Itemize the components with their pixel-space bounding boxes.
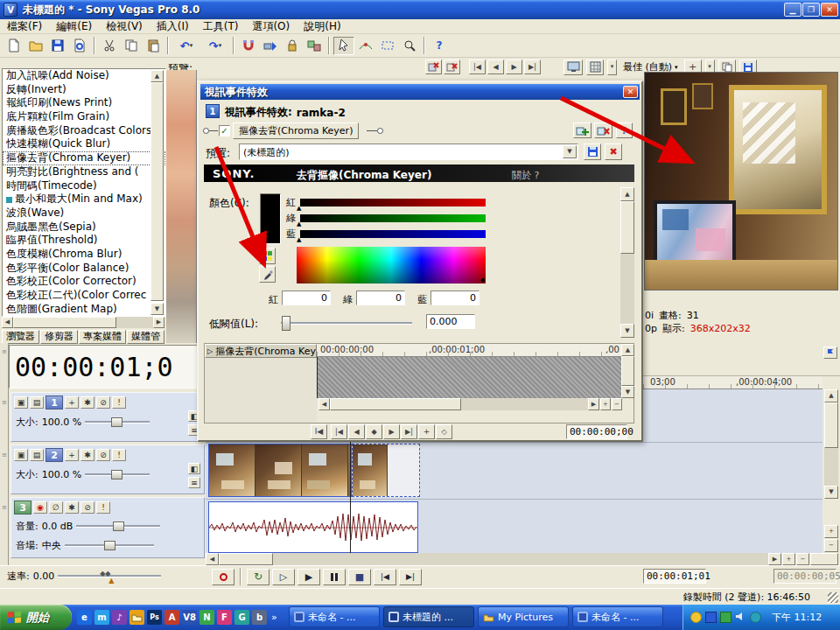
taskbar-task-1[interactable]: 未命名 - ... — [289, 606, 380, 627]
solo-icon[interactable]: ! — [112, 396, 126, 409]
save-preset-icon[interactable] — [584, 144, 601, 160]
keyframe-track-row[interactable]: ▷ 摳像去背(Chroma Key — [205, 344, 317, 358]
track-level-slider-thumb[interactable] — [111, 417, 122, 427]
toolbar-overflow-chevron[interactable]: » — [271, 612, 277, 623]
phase-invert-icon[interactable]: ∅ — [49, 501, 63, 514]
delete-keyframe-icon[interactable]: ◇ — [436, 424, 452, 439]
undo-icon[interactable]: ↶▾ — [172, 37, 200, 55]
plugin-scrollbar-thumb[interactable] — [620, 201, 634, 254]
timeline-scroll-down-icon[interactable]: ▼ — [824, 486, 838, 499]
volume-tray-icon[interactable] — [735, 611, 746, 625]
timeline-scroll-right-icon[interactable]: ▶ — [768, 553, 781, 565]
menu-view[interactable]: 檢視(V) — [99, 19, 150, 34]
mute-icon[interactable]: ⊘ — [96, 396, 110, 409]
track-minimize-icon[interactable]: ▣ — [14, 396, 28, 409]
green-slider-thumb-icon[interactable]: ▲ — [297, 220, 301, 228]
track-minimize-icon[interactable]: ▣ — [14, 449, 28, 461]
trimmer-close-media-icon[interactable] — [425, 60, 442, 74]
tab-explorer[interactable]: 瀏覽器 — [2, 330, 39, 344]
selection-edit-tool-icon[interactable] — [377, 37, 398, 55]
next-keyframe-icon[interactable]: ▶ — [383, 424, 400, 439]
marker-flag-icon[interactable] — [823, 346, 837, 359]
effects-list-item-selected[interactable]: 摳像去背(Chroma Keyer) — [3, 151, 165, 165]
tray-icon-yellow[interactable] — [690, 612, 702, 623]
quick-launch-icon[interactable]: Ps — [147, 610, 162, 625]
window-titlebar[interactable]: V 未標題的 * - Sony Vegas Pro 8.0 ▁ ❐ ✕ — [0, 0, 840, 19]
timeline-scroll-up-icon[interactable]: ▲ — [824, 389, 838, 402]
taskbar-task-2[interactable]: 未標題的 ... — [383, 606, 474, 627]
tab-trimmer[interactable]: 修剪器 — [40, 330, 78, 344]
effects-list-item[interactable]: 明亮對比(Brightness and ( — [3, 165, 165, 179]
external-monitor-icon[interactable] — [564, 60, 583, 75]
kf-scroll-down-icon[interactable]: ▼ — [621, 386, 634, 398]
insert-keyframe-icon[interactable]: ◆ — [366, 424, 382, 439]
preset-dropdown-icon[interactable]: ▼ — [563, 145, 577, 158]
effects-list-item[interactable]: 色度模糊(Chroma Blur) — [3, 248, 165, 262]
trimmer-start-icon[interactable]: |◀ — [469, 60, 486, 74]
tab-media-manager[interactable]: 媒體管 — [127, 330, 164, 344]
mute-icon[interactable]: ⊘ — [80, 501, 94, 514]
timeline-hscrollbar-thumb[interactable] — [219, 553, 273, 565]
green-gradient-slider[interactable] — [300, 214, 486, 222]
pause-button[interactable] — [323, 569, 346, 585]
record-arm-icon[interactable]: ◉ — [33, 501, 47, 514]
low-threshold-thumb[interactable] — [282, 316, 290, 331]
track-level-slider-thumb[interactable] — [111, 470, 122, 480]
effects-list-item[interactable]: 色彩校正(二代)(Color Correc — [3, 289, 165, 303]
blue-slider-thumb-icon[interactable]: ▲ — [297, 236, 301, 243]
track-fx-icon[interactable]: ✱ — [65, 501, 79, 514]
track-fx-icon[interactable]: ✱ — [80, 449, 94, 461]
effects-scroll-right-icon[interactable]: ▶ — [153, 317, 164, 328]
audio-event-clip[interactable] — [208, 501, 418, 553]
quick-launch-icon[interactable]: G — [234, 610, 249, 625]
effects-hscrollbar-track[interactable] — [116, 317, 153, 328]
track-motion-icon[interactable]: + — [65, 449, 79, 461]
quick-launch-icon[interactable] — [130, 610, 144, 625]
volume-slider-thumb[interactable] — [113, 522, 124, 531]
kf-vscrollbar-thumb[interactable] — [621, 356, 634, 386]
solo-icon[interactable]: ! — [96, 501, 110, 514]
cursor-time-display[interactable]: 00:00:01;01 — [643, 569, 706, 584]
track-height-zoom-out-icon[interactable]: − — [824, 539, 838, 552]
timeline-zoom-in-icon[interactable]: + — [782, 553, 795, 565]
red-value-input[interactable] — [282, 290, 331, 305]
kf-zoom-out-icon[interactable]: − — [612, 398, 622, 410]
lock-envelopes-icon[interactable] — [282, 37, 303, 55]
last-keyframe-icon[interactable]: ▶| — [401, 424, 417, 439]
mute-icon[interactable]: ⊘ — [96, 449, 110, 461]
play-from-start-button[interactable]: ▷ — [272, 569, 295, 585]
rate-control[interactable]: 速率: 0.00 ◆◆ ▲ — [7, 570, 161, 583]
track-number-badge[interactable]: 2 — [46, 448, 63, 462]
green-value-input[interactable] — [356, 290, 405, 305]
quick-launch-icon[interactable]: V8 — [182, 610, 197, 625]
menu-help[interactable]: 說明(H) — [297, 19, 347, 34]
track-restore-icon[interactable]: ▤ — [30, 396, 44, 409]
quick-launch-icon[interactable]: A — [164, 610, 179, 625]
chain-plugin-button[interactable]: 摳像去背(Chroma Keyer) — [233, 122, 359, 139]
tray-icon-ime[interactable] — [705, 612, 717, 623]
effects-scrollbar-thumb[interactable] — [150, 82, 164, 301]
keyframe-lane[interactable] — [317, 357, 621, 398]
track-motion-icon[interactable]: + — [65, 396, 79, 409]
quick-launch-icon[interactable]: b — [252, 610, 267, 625]
color-palette-icon[interactable] — [259, 248, 276, 264]
quick-launch-icon[interactable]: m — [94, 610, 109, 625]
go-to-end-button[interactable]: ▶| — [399, 569, 422, 585]
stop-button[interactable]: ■ — [348, 569, 371, 585]
enable-snapping-icon[interactable] — [238, 37, 259, 55]
zoom-edit-tool-icon[interactable] — [399, 37, 420, 55]
timeline-scroll-left-icon[interactable]: ◀ — [206, 553, 219, 565]
keyframe-time-display[interactable]: 00:00:00;00 — [566, 424, 627, 439]
kf-scroll-right-icon[interactable]: ▶ — [588, 398, 599, 410]
video-event-clip-selected[interactable] — [352, 444, 420, 497]
close-button[interactable]: ✕ — [821, 3, 838, 17]
track-header-2[interactable]: ▣ ▤ 2 + ✱ ⊘ ! 大小: 100.0 % ◧ ≡ — [10, 444, 205, 494]
color-picker-field[interactable] — [297, 247, 486, 284]
save-project-icon[interactable] — [47, 37, 68, 55]
record-button[interactable] — [212, 569, 234, 585]
dialog-close-button[interactable]: ✕ — [623, 86, 638, 98]
taskbar-task-3[interactable]: My Pictures — [478, 606, 569, 627]
quick-launch-icon[interactable]: F — [217, 610, 232, 625]
envelope-edit-tool-icon[interactable] — [355, 37, 376, 55]
copy-icon[interactable] — [121, 37, 142, 55]
